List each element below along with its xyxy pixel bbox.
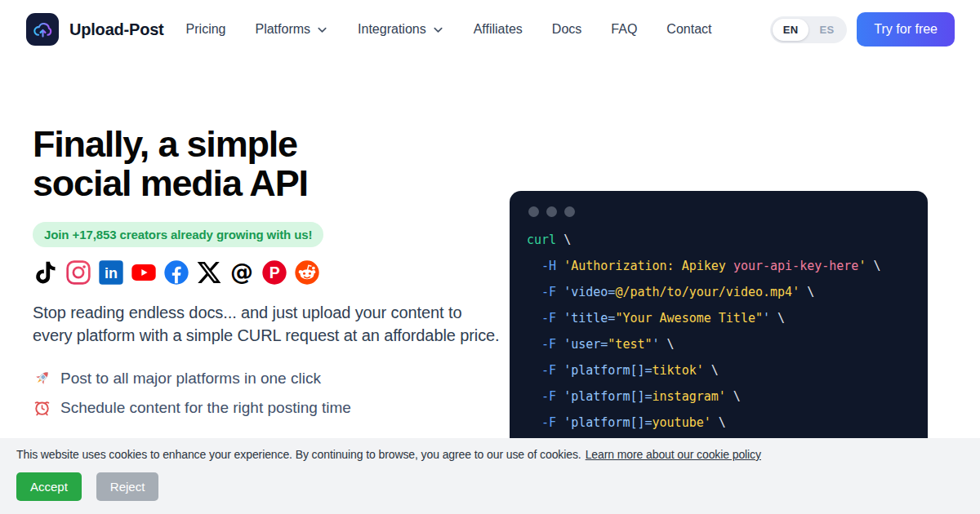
svg-text:P: P (270, 264, 280, 281)
page-title: Finally, a simple social media API (33, 125, 510, 203)
curl-code-snippet: curl \ -H 'Authorization: Apikey your-ap… (527, 227, 928, 436)
feature-text: Post to all major platforms in one click (60, 370, 321, 388)
nav-item-affiliates[interactable]: Affiliates (474, 22, 523, 37)
code-line: -H 'Authorization: Apikey your-api-key-h… (527, 253, 928, 279)
window-dot (528, 206, 539, 217)
header-right: EN ES Try for free (770, 12, 955, 47)
feature-item: Schedule content for the right posting t… (33, 398, 510, 417)
svg-text:@: @ (230, 259, 253, 286)
window-dot (546, 206, 557, 217)
nav-item-integrations[interactable]: Integrations (358, 22, 444, 37)
cookie-buttons: Accept Reject (16, 472, 964, 501)
x-icon[interactable] (196, 259, 222, 286)
nav-item-label: Docs (552, 22, 581, 37)
lang-es-button[interactable]: ES (808, 19, 844, 41)
chevron-down-icon (316, 24, 328, 36)
nav-item-label: Integrations (358, 22, 426, 37)
window-dot (564, 206, 575, 217)
code-line: -F 'title="Your Awesome Title"' \ (527, 305, 928, 331)
upload-post-logo-icon (26, 13, 59, 46)
reject-cookies-button[interactable]: Reject (96, 472, 159, 501)
svg-text:in: in (105, 265, 118, 281)
accept-cookies-button[interactable]: Accept (16, 472, 82, 501)
code-line: -F 'platform[]=tiktok' \ (527, 357, 928, 383)
page-title-line1: Finally, a simple (33, 125, 510, 164)
feature-list: Post to all major platforms in one click… (33, 369, 510, 417)
instagram-icon[interactable] (65, 259, 91, 286)
header: Upload-Post PricingPlatformsIntegrations… (0, 0, 980, 59)
code-line: -F 'platform[]=youtube' \ (527, 410, 928, 436)
pinterest-icon[interactable]: P (261, 259, 287, 286)
nav-item-label: Platforms (255, 22, 310, 37)
code-line: -F 'platform[]=instagram' \ (527, 383, 928, 410)
nav-item-label: Affiliates (474, 22, 523, 37)
nav-item-label: Pricing (186, 22, 226, 37)
nav-item-label: Contact (666, 22, 711, 37)
cookie-message: This website uses cookies to enhance you… (16, 448, 964, 461)
nav-item-label: FAQ (611, 22, 637, 37)
youtube-icon[interactable] (131, 259, 157, 286)
code-line: -F 'video=@/path/to/your/video.mp4' \ (527, 279, 928, 305)
cookie-policy-link[interactable]: Learn more about our cookie policy (586, 448, 761, 461)
lang-en-button[interactable]: EN (773, 19, 809, 41)
main-nav: PricingPlatformsIntegrationsAffiliatesDo… (186, 22, 712, 37)
threads-icon[interactable]: @ (229, 259, 255, 286)
nav-item-faq[interactable]: FAQ (611, 22, 637, 37)
nav-item-platforms[interactable]: Platforms (255, 22, 328, 37)
creators-count-badge: Join +17,853 creators already growing wi… (33, 222, 323, 247)
tiktok-icon[interactable] (33, 259, 59, 286)
feature-item: Post to all major platforms in one click (33, 369, 510, 388)
cookie-message-text: This website uses cookies to enhance you… (16, 448, 581, 461)
nav-item-docs[interactable]: Docs (552, 22, 581, 37)
cookie-banner: This website uses cookies to enhance you… (0, 438, 980, 514)
nav-item-pricing[interactable]: Pricing (186, 22, 226, 37)
brand-name: Upload-Post (69, 20, 164, 39)
nav-item-contact[interactable]: Contact (666, 22, 711, 37)
linkedin-icon[interactable]: in (98, 259, 124, 286)
feature-text: Schedule content for the right posting t… (60, 399, 351, 417)
alarm-clock-icon (33, 398, 51, 417)
try-for-free-button[interactable]: Try for free (857, 12, 955, 47)
social-icons-row: in@P (33, 259, 510, 286)
brand[interactable]: Upload-Post (26, 13, 164, 46)
chevron-down-icon (432, 24, 444, 36)
code-line: -F 'user="test"' \ (527, 331, 928, 357)
window-controls (527, 206, 928, 217)
page-title-line2: social media API (33, 164, 510, 203)
reddit-icon[interactable] (294, 259, 320, 286)
hero-left-column: Finally, a simple social media API Join … (33, 125, 510, 417)
code-line: curl \ (527, 227, 928, 253)
facebook-icon[interactable] (163, 259, 189, 286)
language-toggle: EN ES (770, 16, 848, 43)
hero-description: Stop reading endless docs... and just up… (33, 301, 502, 347)
rocket-icon (33, 369, 51, 388)
